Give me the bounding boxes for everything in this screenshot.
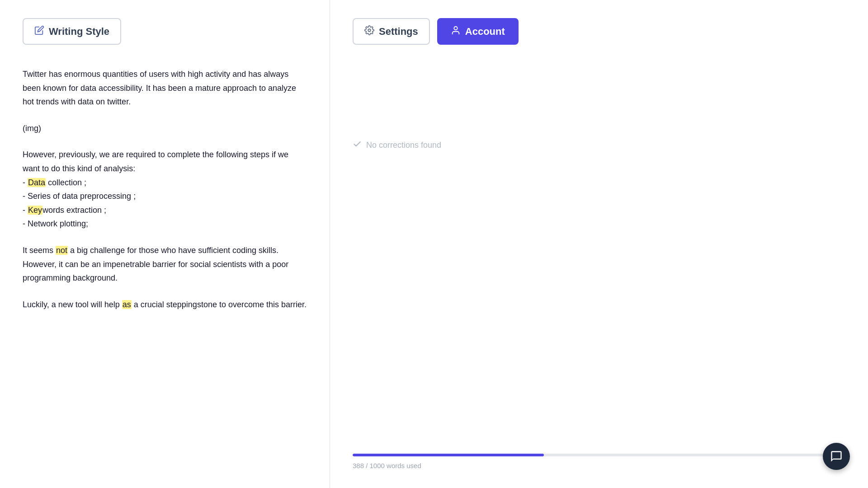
paragraph-5: Luckily, a new tool will help as a cruci…: [23, 298, 307, 312]
edit-icon: [34, 25, 44, 38]
list-item-2: - Series of data preprocessing ;: [23, 192, 136, 201]
list-item-3-highlight: Key: [28, 206, 42, 215]
account-label: Account: [465, 26, 505, 38]
highlight-not: not: [56, 246, 68, 255]
paragraph-1: Twitter has enormous quantities of users…: [23, 67, 307, 109]
paragraph-img: (img): [23, 122, 307, 136]
chat-bubble-button[interactable]: [823, 443, 850, 470]
writing-style-button[interactable]: Writing Style: [23, 18, 121, 45]
paragraph-4: It seems not a big challenge for those w…: [23, 244, 307, 285]
right-content-area: No corrections found: [330, 58, 868, 445]
account-button[interactable]: Account: [437, 18, 519, 45]
settings-label: Settings: [379, 26, 418, 38]
gear-icon: [364, 25, 374, 38]
list-item-1-highlight: Data: [28, 178, 46, 187]
settings-button[interactable]: Settings: [353, 18, 430, 45]
right-header-bar: Settings Account: [330, 0, 868, 58]
list-item-3-post: words extraction ;: [42, 206, 106, 215]
svg-point-0: [368, 29, 371, 32]
list-item-3-pre: -: [23, 206, 28, 215]
paragraph-list: However, previously, we are required to …: [23, 148, 307, 231]
check-icon: [353, 140, 362, 151]
no-corrections-label: No corrections found: [366, 141, 441, 150]
highlight-as: as: [122, 300, 132, 309]
left-header-bar: Writing Style: [0, 0, 330, 58]
writing-style-label: Writing Style: [49, 26, 109, 38]
progress-label: 388 / 1000 words used: [353, 462, 421, 469]
text-content-area: Twitter has enormous quantities of users…: [0, 58, 330, 488]
list-item-1-post: collection ;: [46, 178, 86, 187]
left-panel: Writing Style Twitter has enormous quant…: [0, 0, 330, 488]
right-panel: Settings Account No corrections found: [330, 0, 868, 488]
list-item-1-pre: -: [23, 178, 28, 187]
svg-point-1: [454, 27, 457, 30]
bottom-bar: 388 / 1000 words used: [330, 445, 868, 488]
person-icon: [451, 25, 461, 38]
list-item-4: - Network plotting;: [23, 219, 88, 228]
no-corrections-message: No corrections found: [353, 140, 845, 151]
paragraph-3-text: However, previously, we are required to …: [23, 150, 288, 173]
progress-fill: [353, 454, 544, 456]
progress-track: [353, 454, 845, 456]
